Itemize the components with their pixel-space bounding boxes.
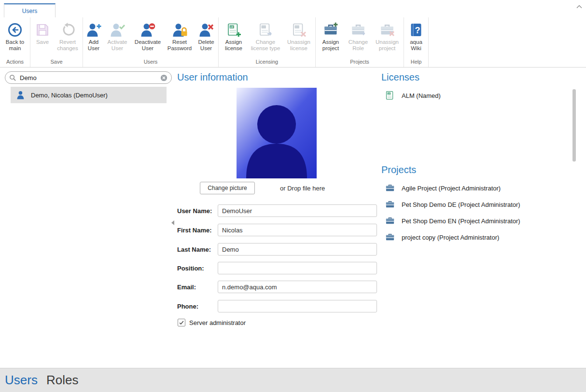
phone-input[interactable] bbox=[218, 300, 377, 312]
change-license-type-button[interactable]: Change license type bbox=[248, 19, 283, 52]
ribbon-group-help: ? aqua Wiki Help bbox=[404, 17, 429, 67]
module-bar: Users Roles bbox=[0, 368, 586, 392]
email-input[interactable] bbox=[218, 281, 377, 293]
app-window: Users Back to main Actions bbox=[0, 0, 586, 392]
clear-search-icon[interactable] bbox=[160, 74, 167, 81]
user-list-item-label: Demo, Nicolas (DemoUser) bbox=[31, 92, 108, 99]
user-list-panel: Demo, Nicolas (DemoUser) bbox=[0, 68, 172, 368]
change-role-button[interactable]: Change Role bbox=[345, 19, 372, 52]
unassign-license-button[interactable]: Unassign license bbox=[283, 19, 314, 52]
ribbon-group-licensing: LIC Assign license Change license type bbox=[219, 17, 316, 67]
project-item[interactable]: project copy (Project Administrator) bbox=[385, 229, 574, 245]
project-item[interactable]: Pet Shop Demo DE (Project Administrator) bbox=[385, 196, 574, 213]
field-row-phone: Phone: bbox=[177, 300, 377, 312]
license-arrow-icon bbox=[258, 22, 273, 38]
ribbon-group-users: Add User Activate User Deactivate U bbox=[83, 17, 219, 67]
server-admin-checkbox[interactable] bbox=[178, 319, 185, 326]
ribbon-group-actions: Back to main Actions bbox=[0, 17, 30, 67]
floppy-disk-icon bbox=[35, 22, 50, 38]
change-role-label: Change Role bbox=[345, 39, 372, 52]
module-tab-users[interactable]: Users bbox=[5, 373, 38, 388]
group-name-projects: Projects bbox=[316, 58, 404, 67]
reset-password-button[interactable]: Reset Password bbox=[164, 19, 195, 52]
change-picture-button[interactable]: Change picture bbox=[200, 182, 255, 194]
collapse-panel-arrow-icon[interactable] bbox=[171, 219, 175, 226]
group-name-licensing: Licensing bbox=[219, 58, 315, 67]
project-item-label: Agile Project (Project Administrator) bbox=[402, 185, 501, 192]
vertical-scrollbar-thumb[interactable] bbox=[572, 89, 576, 162]
deactivate-user-button[interactable]: Deactivate User bbox=[131, 19, 164, 52]
module-tab-roles[interactable]: Roles bbox=[46, 373, 78, 388]
collapse-ribbon-chevron-icon[interactable] bbox=[576, 4, 583, 9]
briefcase-icon bbox=[385, 183, 395, 193]
field-row-position: Position: bbox=[177, 262, 377, 274]
group-name-actions: Actions bbox=[0, 58, 30, 67]
last-name-input[interactable] bbox=[218, 243, 377, 256]
license-item-label: ALM (Named) bbox=[402, 92, 441, 99]
unassign-license-label: Unassign license bbox=[283, 39, 314, 52]
ribbon-toolbar: Back to main Actions Save bbox=[0, 17, 586, 68]
activate-user-button[interactable]: Activate User bbox=[103, 19, 131, 52]
svg-text:LIC: LIC bbox=[230, 26, 234, 28]
svg-text:LIC: LIC bbox=[388, 93, 391, 95]
back-to-main-label: Back to main bbox=[1, 39, 29, 52]
user-search-input[interactable] bbox=[20, 74, 157, 81]
undo-arrow-icon bbox=[60, 22, 75, 38]
project-item-label: Pet Shop Demo EN (Project Administrator) bbox=[402, 217, 520, 225]
first-name-input[interactable] bbox=[218, 224, 377, 236]
deactivate-user-label: Deactivate User bbox=[131, 39, 164, 52]
field-row-last-name: Last Name: bbox=[177, 243, 377, 256]
delete-user-button[interactable]: Delete User bbox=[195, 19, 217, 52]
revert-changes-button[interactable]: Revert changes bbox=[54, 19, 82, 52]
project-item-label: project copy (Project Administrator) bbox=[402, 234, 499, 241]
add-user-label: Add User bbox=[84, 39, 103, 52]
position-input[interactable] bbox=[218, 262, 377, 274]
reset-password-label: Reset Password bbox=[164, 39, 195, 52]
project-item[interactable]: Pet Shop Demo EN (Project Administrator) bbox=[385, 213, 574, 229]
assign-license-button[interactable]: LIC Assign license bbox=[220, 19, 248, 52]
email-label: Email: bbox=[177, 284, 218, 291]
project-item-label: Pet Shop Demo DE (Project Administrator) bbox=[402, 201, 520, 208]
assign-license-label: Assign license bbox=[220, 39, 248, 52]
save-button[interactable]: Save bbox=[31, 19, 54, 45]
user-information-panel: User information Change picture or Drop … bbox=[177, 68, 377, 368]
briefcase-plus-icon bbox=[323, 22, 338, 38]
group-name-save: Save bbox=[30, 58, 83, 67]
check-mark-icon bbox=[179, 320, 184, 325]
user-name-label: User Name: bbox=[177, 207, 218, 215]
briefcase-arrow-icon bbox=[350, 22, 366, 38]
aqua-wiki-button[interactable]: ? aqua Wiki bbox=[405, 19, 427, 52]
person-check-icon bbox=[110, 22, 125, 38]
back-to-main-button[interactable]: Back to main bbox=[1, 19, 29, 52]
license-card-icon: LIC bbox=[385, 91, 395, 100]
briefcase-icon bbox=[385, 232, 395, 242]
first-name-label: First Name: bbox=[177, 227, 218, 234]
ribbon-group-save: Save Revert changes Save bbox=[30, 17, 83, 67]
tab-users[interactable]: Users bbox=[4, 3, 56, 17]
group-name-users: Users bbox=[83, 58, 218, 67]
ribbon-tab-bar: Users bbox=[0, 0, 586, 17]
delete-user-label: Delete User bbox=[195, 39, 217, 52]
briefcase-x-icon bbox=[379, 22, 395, 38]
user-name-input[interactable] bbox=[218, 204, 377, 217]
change-license-type-label: Change license type bbox=[248, 39, 283, 52]
unassign-project-button[interactable]: Unassign project bbox=[372, 19, 403, 52]
search-icon bbox=[9, 74, 16, 81]
person-lock-icon bbox=[172, 22, 187, 38]
user-search-box bbox=[5, 71, 172, 84]
licenses-projects-panel: Licenses LIC ALM (Named) Projects Agile … bbox=[381, 68, 574, 368]
back-icon bbox=[7, 22, 23, 38]
aqua-wiki-label: aqua Wiki bbox=[405, 39, 427, 52]
license-item[interactable]: LIC ALM (Named) bbox=[385, 89, 441, 102]
drop-file-hint: or Drop file here bbox=[280, 185, 325, 192]
assign-project-button[interactable]: Assign project bbox=[317, 19, 345, 52]
add-user-button[interactable]: Add User bbox=[84, 19, 103, 52]
licenses-title: Licenses bbox=[381, 72, 419, 83]
person-icon bbox=[16, 90, 26, 100]
project-item[interactable]: Agile Project (Project Administrator) bbox=[385, 180, 574, 196]
ribbon-group-projects: Assign project Change Role bbox=[316, 17, 404, 67]
user-list-item[interactable]: Demo, Nicolas (DemoUser) bbox=[11, 87, 167, 103]
assign-project-label: Assign project bbox=[317, 39, 345, 52]
server-admin-row: Server administrator bbox=[178, 319, 246, 326]
server-admin-label: Server administrator bbox=[189, 319, 246, 326]
